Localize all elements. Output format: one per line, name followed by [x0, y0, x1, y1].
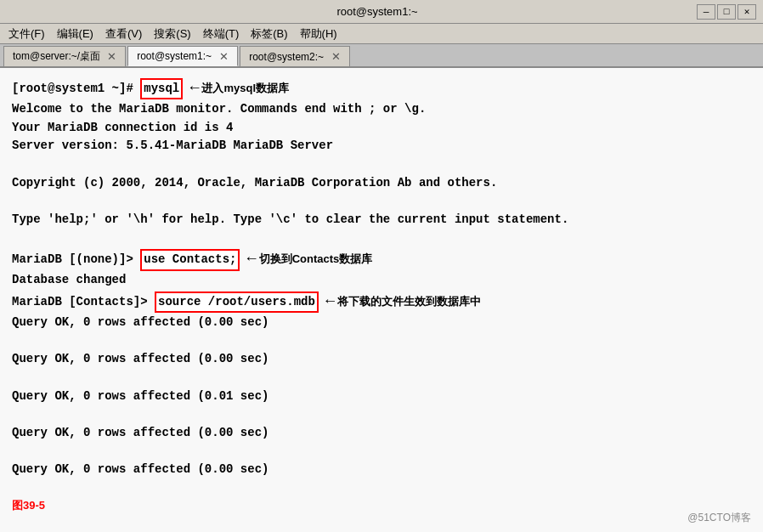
menu-edit[interactable]: 编辑(E): [52, 25, 99, 43]
terminal-line-17: Query OK, 0 rows affected (0.00 sec): [12, 424, 751, 443]
annotation-text-3: 将下载的文件生效到数据库中: [337, 293, 481, 310]
terminal-blank-5: [12, 369, 751, 388]
tab-root-system2[interactable]: root@system2:~ ✕: [240, 46, 350, 66]
terminal-line-4: Server version: 5.5.41-MariaDB MariaDB S…: [12, 137, 751, 156]
terminal-content[interactable]: [root@system1 ~]# mysql ← 进入mysql数据库 Wel…: [0, 68, 763, 532]
close-button[interactable]: ✕: [738, 4, 756, 20]
maximize-button[interactable]: □: [717, 4, 736, 20]
cmd-use: use Contacts;: [140, 249, 240, 271]
tab-bar: tom@server:~/桌面 ✕ root@system1:~ ✕ root@…: [0, 44, 763, 68]
prompt-1: [root@system1 ~]#: [12, 82, 140, 95]
terminal-line-source: MariaDB [Contacts]> source /root/users.m…: [12, 290, 751, 314]
window-controls[interactable]: — □ ✕: [697, 4, 756, 20]
terminal-line-6: Copyright (c) 2000, 2014, Oracle, MariaD…: [12, 174, 751, 193]
terminal-line-1: [root@system1 ~]# mysql ← 进入mysql数据库: [12, 76, 751, 100]
cmd-source: source /root/users.mdb: [155, 291, 319, 314]
menu-help[interactable]: 帮助(H): [295, 25, 342, 43]
tab-tom-close[interactable]: ✕: [107, 50, 116, 63]
terminal-line-19: Query OK, 0 rows affected (0.00 sec): [12, 461, 751, 479]
terminal-line-11: Query OK, 0 rows affected (0.00 sec): [12, 314, 751, 332]
terminal-line-3: Your MariaDB connection id is 4: [12, 119, 751, 138]
annotation-source: ← 将下载的文件生效到数据库中: [325, 290, 481, 314]
tab-root-system1-label: root@system1:~: [137, 50, 212, 62]
menu-terminal[interactable]: 终端(T): [198, 25, 245, 43]
tab-tom-label: tom@server:~/桌面: [13, 49, 100, 64]
annotation-text-2: 切换到Contacts数据库: [259, 251, 373, 268]
title-bar: root@system1:~ — □ ✕: [0, 0, 763, 24]
terminal-blank-3: [12, 229, 751, 248]
watermark: @51CTO博客: [687, 511, 751, 525]
prompt-3: MariaDB [Contacts]>: [12, 295, 155, 308]
tab-tom[interactable]: tom@server:~/桌面 ✕: [3, 46, 126, 66]
terminal-blank-1: [12, 156, 751, 174]
menu-search[interactable]: 搜索(S): [149, 25, 195, 43]
arrow-icon-3: ←: [325, 290, 335, 314]
prompt-2: MariaDB [(none)]>: [12, 252, 140, 266]
terminal-line-8: Type 'help;' or '\h' for help. Type '\c'…: [12, 211, 751, 229]
terminal-line-10: Database changed: [12, 271, 751, 290]
tab-root-system1-close[interactable]: ✕: [219, 50, 229, 63]
terminal-line-use: MariaDB [(none)]> use Contacts; ← 切换到Con…: [12, 247, 751, 271]
tab-root-system1[interactable]: root@system1:~ ✕: [127, 46, 238, 66]
annotation-text-1: 进入mysql数据库: [201, 80, 289, 97]
tab-root-system2-close[interactable]: ✕: [331, 50, 341, 63]
tab-root-system2-label: root@system2:~: [249, 51, 324, 63]
annotation-mysql: ← 进入mysql数据库: [190, 76, 289, 100]
terminal-blank-4: [12, 332, 751, 351]
terminal-blank-2: [12, 192, 751, 211]
minimize-button[interactable]: —: [697, 4, 715, 20]
terminal-blank-7: [12, 443, 751, 461]
menu-view[interactable]: 查看(V): [100, 25, 147, 43]
menu-file[interactable]: 文件(F): [3, 25, 50, 43]
terminal-blank-8: [12, 479, 751, 498]
menu-bar: 文件(F) 编辑(E) 查看(V) 搜索(S) 终端(T) 标签(B) 帮助(H…: [0, 24, 763, 44]
figure-label: 图39-5: [12, 499, 45, 512]
terminal-line-2: Welcome to the MariaDB monitor. Commands…: [12, 100, 751, 119]
annotation-use: ← 切换到Contacts数据库: [247, 247, 372, 271]
terminal-blank-6: [12, 405, 751, 424]
cmd-mysql: mysql: [140, 78, 183, 100]
window-title: root@system1:~: [58, 5, 697, 18]
terminal-line-13: Query OK, 0 rows affected (0.00 sec): [12, 350, 751, 369]
terminal-line-15: Query OK, 0 rows affected (0.01 sec): [12, 388, 751, 406]
arrow-icon-1: ←: [190, 76, 200, 100]
arrow-icon-2: ←: [247, 247, 257, 271]
menu-tabs[interactable]: 标签(B): [246, 25, 292, 43]
